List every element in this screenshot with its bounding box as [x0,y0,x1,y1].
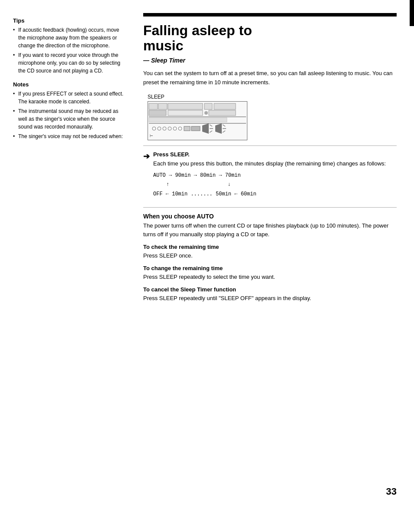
svg-rect-1 [158,103,167,109]
seq-down: ↓ [228,182,231,188]
svg-line-21 [210,125,212,126]
svg-rect-10 [149,118,227,122]
auto-body: The power turns off when the current CD … [143,221,397,240]
svg-point-13 [158,127,161,130]
notes-list: If you press EFFECT or select a sound ef… [13,90,126,140]
intro-text: You can set the system to turn off at a … [143,69,397,87]
svg-point-12 [152,127,156,130]
check-heading: To check the remaining time [143,244,397,250]
press-sleep-section: ➔ Press SLEEP. Each time you press this … [143,151,397,202]
svg-line-23 [210,131,212,132]
press-sleep-content: Press SLEEP. Each time you press this bu… [153,151,386,202]
svg-rect-18 [184,126,190,131]
seq-up: ↑ [166,182,169,188]
svg-rect-4 [214,103,236,109]
divider-2 [143,207,397,208]
notes-item-2: The instrumental sound may be reduced as… [13,107,126,131]
seq-line2: OFF ← 10min ....... 50min ← 60min [153,191,256,197]
change-heading: To change the remaining time [143,265,397,271]
tips-list: If acoustic feedback (howling) occurs, m… [13,26,126,75]
diagram-svg: ⊢ [148,102,247,140]
svg-rect-2 [168,103,203,109]
svg-marker-24 [215,123,222,134]
subtitle: Sleep Timer [143,57,397,64]
seq-line1: AUTO → 90min → 80min → 70min [153,172,241,178]
svg-rect-5 [149,110,166,116]
right-column: Falling asleep to music Sleep Timer You … [135,9,414,523]
tips-title: Tips [13,17,126,24]
svg-rect-3 [204,103,212,109]
main-title: Falling asleep to music [143,23,397,53]
svg-rect-6 [168,110,203,116]
svg-rect-8 [209,110,236,116]
sleep-label: SLEEP [148,94,397,100]
notes-item-3: The singer's voice may not be reduced wh… [13,132,126,140]
cancel-heading: To cancel the Sleep Timer function [143,286,397,293]
page-number: 33 [386,486,397,497]
cancel-body: Press SLEEP repeatedly until "SLEEP OFF"… [143,294,397,303]
notes-item-1: If you press EFFECT or select a sound ef… [13,90,126,106]
svg-line-25 [223,125,225,126]
change-body: Press SLEEP repeatedly to select the tim… [143,273,397,282]
check-body: Press SLEEP once. [143,251,397,261]
svg-point-14 [163,127,166,130]
notes-title: Notes [13,81,126,88]
tips-item-2: If you want to record your voice through… [13,51,126,75]
sleep-sequence: AUTO → 90min → 80min → 70min ↑ ↓ OFF ← 1… [153,171,386,199]
left-column: Tips If acoustic feedback (howling) occu… [0,9,135,523]
svg-point-17 [178,127,182,130]
svg-point-7 [204,111,208,115]
tips-item-1: If acoustic feedback (howling) occurs, m… [13,26,126,50]
svg-text:⊢: ⊢ [150,134,153,138]
divider-1 [143,145,397,146]
auto-heading: When you choose AUTO [143,213,397,220]
press-sleep-label: Press SLEEP. [153,151,190,158]
title-line1: Falling asleep to [143,23,252,38]
svg-marker-20 [202,123,209,134]
press-sleep-body: Each time you press this button, the min… [153,159,386,169]
device-diagram: ⊢ [148,101,247,140]
title-line2: music [143,38,183,53]
svg-rect-19 [191,126,200,131]
svg-point-16 [173,127,177,130]
svg-line-27 [223,131,225,132]
svg-rect-0 [149,103,158,109]
arrow-icon: ➔ [143,152,150,161]
svg-point-15 [168,127,171,130]
